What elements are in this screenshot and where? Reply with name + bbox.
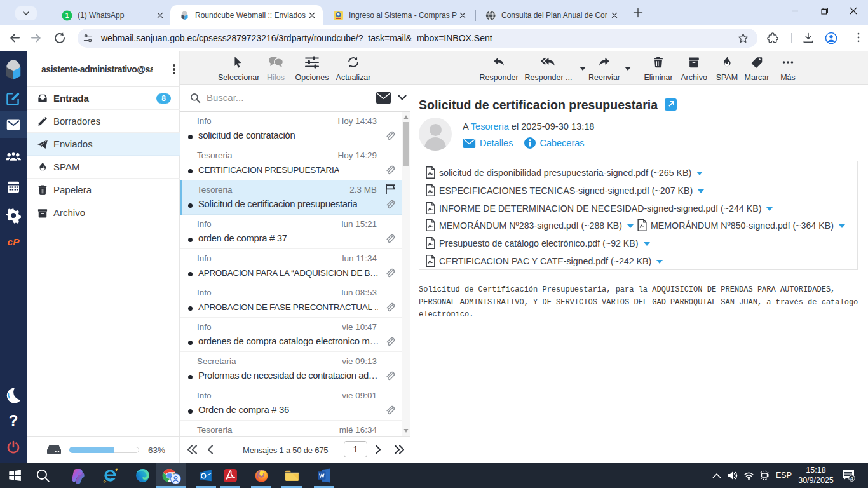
svg-text:4: 4 [850,475,853,482]
svg-text:1: 1 [65,12,69,19]
